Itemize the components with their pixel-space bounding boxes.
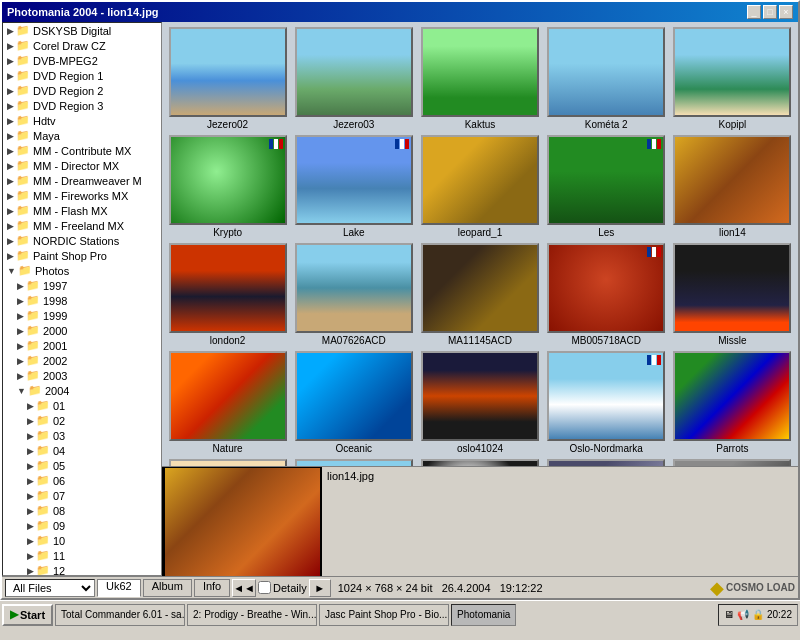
thumbnail-item[interactable]: Jezero02 — [167, 27, 288, 130]
folder-icon: 📁 — [28, 384, 42, 397]
sidebar-item-y2002[interactable]: ▶📁2002 — [3, 353, 161, 368]
sidebar-item-nordic[interactable]: ▶📁NORDIC Stations — [3, 233, 161, 248]
tree-item-label: 2002 — [43, 355, 67, 367]
thumbnail-item[interactable]: Oceanic — [293, 351, 414, 454]
thumbnail-item[interactable]: rome sept 7 007 — [293, 459, 414, 466]
sidebar-item-d06[interactable]: ▶📁06 — [3, 473, 161, 488]
task-total-commander[interactable]: Total Commander 6.01 - sa... — [55, 604, 185, 626]
sidebar-item-mm_fireworks[interactable]: ▶📁MM - Fireworks MX — [3, 188, 161, 203]
close-button[interactable]: × — [779, 5, 793, 19]
sidebar-item-d04[interactable]: ▶📁04 — [3, 443, 161, 458]
sidebar-item-d05[interactable]: ▶📁05 — [3, 458, 161, 473]
sidebar-item-mm_flash[interactable]: ▶📁MM - Flash MX — [3, 203, 161, 218]
sidebar-item-d02[interactable]: ▶📁02 — [3, 413, 161, 428]
sidebar-item-mm_director[interactable]: ▶📁MM - Director MX — [3, 158, 161, 173]
sidebar-item-y1999[interactable]: ▶📁1999 — [3, 308, 161, 323]
sidebar-item-d07[interactable]: ▶📁07 — [3, 488, 161, 503]
minimize-button[interactable]: _ — [747, 5, 761, 19]
detail-checkbox[interactable] — [258, 581, 271, 594]
preview-filename: lion14.jpg — [327, 470, 374, 482]
sidebar-item-d03[interactable]: ▶📁03 — [3, 428, 161, 443]
sidebar-item-mm_contribute[interactable]: ▶📁MM - Contribute MX — [3, 143, 161, 158]
thumb-image-kaktus — [423, 29, 537, 115]
maximize-button[interactable]: □ — [763, 5, 777, 19]
thumbnail-item[interactable]: Jezero03 — [293, 27, 414, 130]
sidebar-item-y2004[interactable]: ▼📁2004 — [3, 383, 161, 398]
expand-icon: ▶ — [7, 71, 14, 81]
sidebar-item-paintshop[interactable]: ▶📁Paint Shop Pro — [3, 248, 161, 263]
folder-icon: 📁 — [16, 159, 30, 172]
sidebar-item-d11[interactable]: ▶📁11 — [3, 548, 161, 563]
thumbnail-item[interactable]: RR013008ACD — [419, 459, 540, 466]
sidebar-item-corel[interactable]: ▶📁Corel Draw CZ — [3, 38, 161, 53]
thumbnail-item[interactable]: lion14 — [672, 135, 793, 238]
sidebar-item-hdtv[interactable]: ▶📁Hdtv — [3, 113, 161, 128]
sidebar-item-d01[interactable]: ▶📁01 — [3, 398, 161, 413]
thumb-image-lake — [297, 137, 411, 223]
thumbnail-grid[interactable]: Jezero02Jezero03KaktusKométa 2KopiplKryp… — [162, 22, 798, 466]
sidebar-item-dvdr1[interactable]: ▶📁DVD Region 1 — [3, 68, 161, 83]
sidebar-item-dvb[interactable]: ▶📁DVB-MPEG2 — [3, 53, 161, 68]
sidebar-item-d09[interactable]: ▶📁09 — [3, 518, 161, 533]
thumbnail-item[interactable]: Krypto — [167, 135, 288, 238]
thumbnail-item[interactable]: Kaktus — [419, 27, 540, 130]
thumbnail-item[interactable]: RR014245ACD — [672, 459, 793, 466]
folder-icon: 📁 — [36, 399, 50, 412]
sidebar-item-y2000[interactable]: ▶📁2000 — [3, 323, 161, 338]
sidebar-item-dskysb[interactable]: ▶📁DSKYSB Digital — [3, 23, 161, 38]
thumbnail-item[interactable]: leopard_1 — [419, 135, 540, 238]
thumbnail-item[interactable]: Kopipl — [672, 27, 793, 130]
thumbnail-item[interactable]: oslo41024 — [419, 351, 540, 454]
sidebar-item-dvdr3[interactable]: ▶📁DVD Region 3 — [3, 98, 161, 113]
thumbnail-item[interactable]: Les — [546, 135, 667, 238]
nav-prev-button[interactable]: ◄◄ — [232, 579, 256, 597]
thumbnail-item[interactable]: RR013013ACD — [546, 459, 667, 466]
tree-item-label: DVD Region 2 — [33, 85, 103, 97]
thumbnail-item[interactable]: Missle — [672, 243, 793, 346]
thumb-label: Les — [598, 227, 614, 238]
filter-dropdown[interactable]: All Files — [5, 579, 95, 597]
thumbnail-item[interactable]: Oslo-Nordmarka — [546, 351, 667, 454]
expand-icon: ▶ — [7, 146, 14, 156]
thumbnail-item[interactable]: Nature — [167, 351, 288, 454]
thumbnail-item[interactable]: MA11145ACD — [419, 243, 540, 346]
thumbnail-item[interactable]: Lake — [293, 135, 414, 238]
tab-album[interactable]: Album — [143, 579, 192, 597]
tree-item-label: MM - Director MX — [33, 160, 119, 172]
tab-info[interactable]: Info — [194, 579, 230, 597]
thumbnail-item[interactable]: london2 — [167, 243, 288, 346]
thumbnail-item[interactable]: PJO1225ACD — [167, 459, 288, 466]
expand-icon: ▶ — [17, 356, 24, 366]
thumbnail-item[interactable]: MB005718ACD — [546, 243, 667, 346]
thumbnail-item[interactable]: MA07626ACD — [293, 243, 414, 346]
sidebar-item-maya[interactable]: ▶📁Maya — [3, 128, 161, 143]
start-button[interactable]: ▶ Start — [2, 604, 53, 626]
sidebar-tree[interactable]: ▶📁DSKYSB Digital▶📁Corel Draw CZ▶📁DVB-MPE… — [2, 22, 162, 576]
thumb-frame — [673, 243, 791, 333]
tree-item-label: 05 — [53, 460, 65, 472]
task-paintshop[interactable]: Jasc Paint Shop Pro - Bio... — [319, 604, 449, 626]
task-prodigy[interactable]: 2: Prodigy - Breathe - Win... — [187, 604, 317, 626]
sidebar-item-y1998[interactable]: ▶📁1998 — [3, 293, 161, 308]
sidebar-item-y2001[interactable]: ▶📁2001 — [3, 338, 161, 353]
sidebar-item-dvdr2[interactable]: ▶📁DVD Region 2 — [3, 83, 161, 98]
thumb-frame — [421, 459, 539, 466]
folder-icon: 📁 — [16, 114, 30, 127]
thumbnail-item[interactable]: Parrots — [672, 351, 793, 454]
thumb-frame — [295, 351, 413, 441]
sidebar-item-mm_freeland[interactable]: ▶📁MM - Freeland MX — [3, 218, 161, 233]
task-photomania[interactable]: Photomania — [451, 604, 516, 626]
sidebar-item-d08[interactable]: ▶📁08 — [3, 503, 161, 518]
sidebar-item-y2003[interactable]: ▶📁2003 — [3, 368, 161, 383]
sidebar-item-d12[interactable]: ▶📁12 — [3, 563, 161, 576]
sidebar-item-y1997[interactable]: ▶📁1997 — [3, 278, 161, 293]
thumb-frame — [169, 351, 287, 441]
tree-item-label: Paint Shop Pro — [33, 250, 107, 262]
thumb-flag — [647, 139, 661, 149]
sidebar-item-d10[interactable]: ▶📁10 — [3, 533, 161, 548]
tab-uk62[interactable]: Uk62 — [97, 579, 141, 597]
sidebar-item-photos[interactable]: ▼📁Photos — [3, 263, 161, 278]
sidebar-item-mm_dreamweaver[interactable]: ▶📁MM - Dreamweaver M — [3, 173, 161, 188]
thumbnail-item[interactable]: Kométa 2 — [546, 27, 667, 130]
nav-next-button[interactable]: ► — [309, 579, 331, 597]
